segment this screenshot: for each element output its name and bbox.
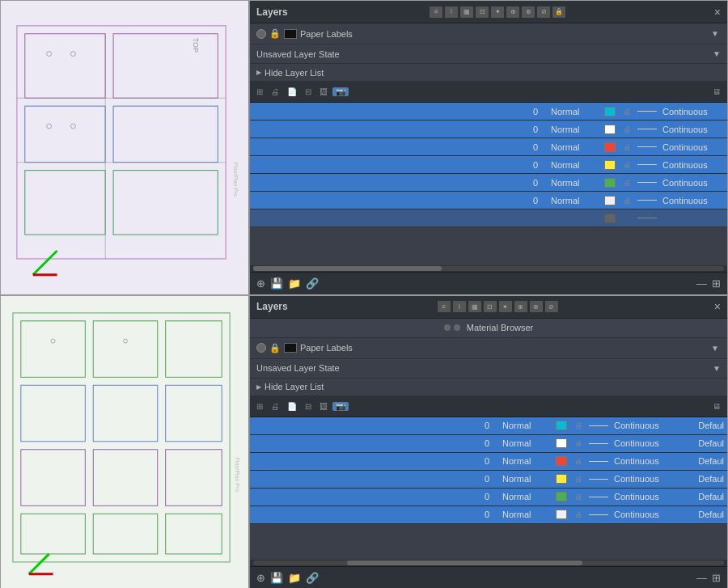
save-layer-icon[interactable]: 💾 <box>270 277 283 290</box>
layer-color-bottom[interactable] <box>284 343 297 353</box>
table-row[interactable]: 0 Normal 🖨 Continuous Defaul <box>250 435 727 453</box>
folder-open-icon-b[interactable]: 📁 <box>288 572 301 584</box>
layer-dot-bottom[interactable] <box>256 343 266 353</box>
toolbar-icon-9[interactable]: 🔒 <box>552 6 565 18</box>
lr-color-swatch[interactable] <box>604 125 616 134</box>
toolbar-icon-1[interactable]: ≡ <box>430 6 442 18</box>
lr-linetype: Continuous <box>659 125 724 134</box>
layers-list-bottom[interactable]: 0 Normal 🖨 Continuous Defaul 0 <box>250 417 727 561</box>
cad-viewport-bottom: FloorPlan Pro <box>1 296 250 588</box>
col-icon-camera[interactable]: 📷 <box>332 87 349 96</box>
minus-icon-b[interactable]: — <box>696 572 707 584</box>
toolbar-icon-b6[interactable]: ⊕ <box>514 301 527 312</box>
lr-color-swatch[interactable] <box>604 160 616 170</box>
folder-open-icon[interactable]: 📁 <box>288 277 301 290</box>
layer-dropdown-bottom[interactable]: ▼ <box>711 344 721 353</box>
close-icon-top[interactable]: × <box>714 6 721 19</box>
col-icon-image[interactable]: 🖼 <box>316 87 331 96</box>
close-icon-bottom[interactable]: × <box>714 300 721 313</box>
table-row[interactable]: 0 Normal 🖨 Continuous Defaul <box>250 471 727 489</box>
col-icon-layers[interactable]: ⊟ <box>302 87 315 96</box>
toolbar-icon-b4[interactable]: ⊡ <box>484 301 497 312</box>
toolbar-icon-b5[interactable]: ✦ <box>499 301 512 312</box>
scrollbar-track-bottom[interactable] <box>253 561 724 565</box>
unsaved-text-top: Unsaved Layer State <box>256 49 713 59</box>
lr-extra: Defaul <box>675 474 724 484</box>
unsaved-dropdown-top[interactable]: ▼ <box>713 49 721 58</box>
toolbar-icon-b3[interactable]: ▦ <box>468 301 481 312</box>
material-browser-bar[interactable]: Material Browser <box>250 319 727 338</box>
folder-link-icon[interactable]: 🔗 <box>306 277 319 290</box>
save-layer-icon-b[interactable]: 💾 <box>270 572 283 584</box>
toolbar-icon-b1[interactable]: ≡ <box>438 301 451 312</box>
table-row[interactable]: 0 Normal 🖨 Continuous Defaul <box>250 489 727 506</box>
unsaved-dropdown-bottom[interactable]: ▼ <box>713 364 721 373</box>
table-row[interactable]: 0 Normal 🖨 Continuous Defaul <box>250 453 727 471</box>
toolbar-icon-2[interactable]: ⌇ <box>445 6 458 18</box>
lr-color-swatch[interactable] <box>556 456 567 466</box>
layers-titlebar-bottom: Layers ≡ ⌇ ▦ ⊡ ✦ ⊕ ⊗ ⊘ × <box>250 296 727 319</box>
table-row[interactable]: 0 Normal 🖨 Continuous <box>250 121 727 138</box>
lr-color-swatch[interactable] <box>604 107 616 116</box>
col-icon-layers-b[interactable]: ⊟ <box>302 402 315 411</box>
column-headers-bottom: ⊞ 🖨 📄 ⊟ 🖼 📷 🖥 <box>250 396 727 417</box>
layer-dropdown-top[interactable]: ▼ <box>711 29 721 38</box>
hide-layer-row-bottom[interactable]: ▶ Hide Layer List <box>250 379 727 396</box>
toolbar-icon-7[interactable]: ⊗ <box>522 6 535 18</box>
table-row[interactable]: 0 Normal 🖨 Continuous Defaul <box>250 417 727 435</box>
grid-icon[interactable]: ⊞ <box>712 277 721 290</box>
lr-color-swatch[interactable] <box>604 142 616 152</box>
layer-dot-top[interactable] <box>256 29 266 39</box>
col-icon-grid-b[interactable]: ⊞ <box>253 402 266 411</box>
minus-icon[interactable]: — <box>696 277 707 290</box>
toolbar-icon-4[interactable]: ⊡ <box>476 6 489 18</box>
toolbar-icon-6[interactable]: ⊕ <box>506 6 519 18</box>
col-icon-camera-b[interactable]: 📷 <box>332 402 349 411</box>
lr-color-swatch[interactable] <box>604 196 616 205</box>
col-icon-print-b[interactable]: 🖨 <box>268 402 282 411</box>
line-dash <box>589 443 608 444</box>
add-layer-icon[interactable]: ⊕ <box>256 277 265 290</box>
table-row[interactable] <box>250 209 727 227</box>
layer-color-top[interactable] <box>284 29 297 39</box>
toolbar-icon-5[interactable]: ✦ <box>491 6 504 18</box>
table-row[interactable]: 0 Normal 🖨 Continuous <box>250 138 727 156</box>
lr-color-swatch[interactable] <box>556 438 567 448</box>
table-row[interactable]: 0 Normal 🖨 Continuous <box>250 192 727 209</box>
scrollbar-thumb-top[interactable] <box>253 266 442 271</box>
layers-list-top[interactable]: 0 Normal 🖨 Continuous 0 No <box>250 103 727 265</box>
col-icon-screen[interactable]: 🖥 <box>709 87 724 96</box>
toolbar-icon-b7[interactable]: ⊗ <box>530 301 543 312</box>
table-row[interactable]: 0 Normal 🖨 Continuous <box>250 156 727 174</box>
folder-link-icon-b[interactable]: 🔗 <box>306 572 319 584</box>
hide-layer-row-top[interactable]: ▶ Hide Layer List <box>250 64 727 82</box>
toolbar-icon-b8[interactable]: ⊘ <box>545 301 558 312</box>
col-icon-file[interactable]: 📄 <box>284 87 300 96</box>
table-row[interactable]: 0 Normal 🖨 Continuous <box>250 174 727 192</box>
col-icon-image-b[interactable]: 🖼 <box>316 402 331 411</box>
grid-icon-b[interactable]: ⊞ <box>712 572 721 584</box>
table-row[interactable]: 0 Normal 🖨 Continuous <box>250 103 727 121</box>
column-headers-top: ⊞ 🖨 📄 ⊟ 🖼 📷 🖥 <box>250 82 727 103</box>
col-icon-grid[interactable]: ⊞ <box>253 87 266 96</box>
col-icon-screen-b[interactable]: 🖥 <box>709 402 724 411</box>
lr-color-swatch[interactable] <box>556 492 567 501</box>
lr-icon-area: 🖨 <box>570 475 586 483</box>
lr-color-swatch[interactable] <box>556 421 567 430</box>
lr-color-swatch[interactable] <box>604 214 616 223</box>
toolbar-icon-3[interactable]: ▦ <box>460 6 473 18</box>
lr-color-swatch[interactable] <box>604 178 616 188</box>
add-layer-icon-b[interactable]: ⊕ <box>256 572 265 584</box>
horizontal-scrollbar-bottom[interactable] <box>250 560 727 566</box>
lr-line <box>586 443 611 444</box>
scrollbar-track-top[interactable] <box>253 266 724 271</box>
horizontal-scrollbar-top[interactable] <box>250 265 727 272</box>
table-row[interactable]: 0 Normal 🖨 Continuous Defaul <box>250 506 727 524</box>
scrollbar-thumb-bottom[interactable] <box>347 561 582 565</box>
col-icon-print[interactable]: 🖨 <box>268 87 282 96</box>
lr-color-swatch[interactable] <box>556 474 567 484</box>
toolbar-icon-b2[interactable]: ⌇ <box>453 301 466 312</box>
toolbar-icon-8[interactable]: ⊘ <box>537 6 550 18</box>
lr-color-swatch[interactable] <box>556 510 567 519</box>
col-icon-file-b[interactable]: 📄 <box>284 402 300 411</box>
